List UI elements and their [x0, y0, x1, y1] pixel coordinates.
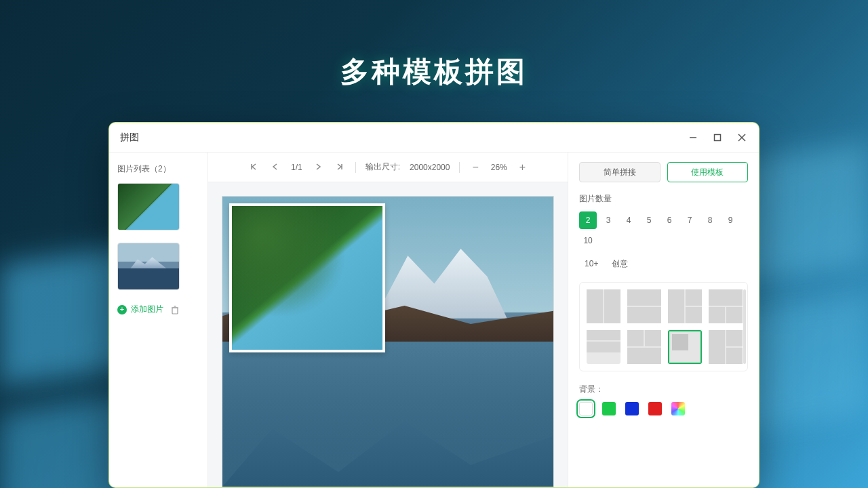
count-creative[interactable]: 创意: [606, 255, 633, 272]
zoom-value: 26%: [491, 163, 507, 172]
first-page-button[interactable]: [248, 161, 260, 174]
template-4[interactable]: [709, 289, 743, 323]
count-9[interactable]: 9: [722, 211, 739, 229]
svg-rect-1: [715, 134, 721, 140]
output-size-label: 输出尺寸:: [366, 161, 400, 173]
page-indicator: 1/1: [291, 163, 302, 172]
template-6[interactable]: [627, 330, 661, 364]
bg-red[interactable]: [648, 402, 662, 415]
tab-use-template[interactable]: 使用模板: [667, 162, 748, 182]
template-7[interactable]: [668, 330, 702, 364]
count-10plus[interactable]: 10+: [579, 255, 604, 272]
add-image-label: 添加图片: [131, 304, 163, 315]
canvas-area: 1/1 输出尺寸: 2000x2000 − 26% +: [208, 152, 568, 487]
bg-white[interactable]: [579, 402, 593, 415]
zoom-out-button[interactable]: −: [469, 160, 481, 175]
template-grid: [579, 282, 748, 371]
bg-green[interactable]: [602, 402, 616, 415]
template-8[interactable]: [709, 330, 743, 364]
thumbnail-2[interactable]: [117, 243, 180, 290]
titlebar: 拼图: [109, 123, 759, 152]
collage-canvas[interactable]: [222, 196, 554, 487]
count-6[interactable]: 6: [660, 211, 678, 229]
count-3[interactable]: 3: [599, 211, 617, 229]
image-count-row: 2 3 4 5 6 7 8 9 10: [579, 211, 748, 249]
zoom-in-button[interactable]: +: [517, 160, 528, 175]
add-image-button[interactable]: + 添加图片: [117, 304, 163, 315]
delete-icon[interactable]: [170, 305, 180, 314]
template-1[interactable]: [587, 289, 620, 323]
settings-panel: 简单拼接 使用模板 图片数量 2 3 4 5 6 7 8 9 10 10+ 创意: [568, 152, 759, 487]
template-3[interactable]: [668, 289, 702, 323]
bg-color-picker[interactable]: [671, 402, 685, 415]
app-window: 拼图 图片列表（2） + 添加图片: [108, 122, 760, 488]
count-5[interactable]: 5: [640, 211, 658, 229]
bg-blue[interactable]: [625, 402, 639, 415]
window-title: 拼图: [120, 131, 139, 144]
template-5[interactable]: [587, 330, 620, 364]
output-size-value[interactable]: 2000x2000: [410, 163, 450, 172]
hero-title: 多种模板拼图: [340, 53, 528, 91]
background-swatches: [579, 402, 748, 415]
image-list-label: 图片列表（2）: [117, 163, 199, 175]
minimize-button[interactable]: [687, 131, 699, 144]
background-label: 背景：: [579, 384, 748, 395]
canvas-toolbar: 1/1 输出尺寸: 2000x2000 − 26% +: [208, 152, 568, 182]
image-count-label: 图片数量: [579, 193, 748, 205]
next-page-button[interactable]: [312, 161, 324, 174]
thumbnail-1[interactable]: [117, 183, 180, 230]
count-10[interactable]: 10: [579, 232, 597, 249]
count-8[interactable]: 8: [701, 211, 719, 229]
close-button[interactable]: [736, 131, 748, 144]
count-2[interactable]: 2: [579, 211, 597, 229]
svg-rect-4: [172, 308, 178, 314]
plus-icon: +: [117, 305, 127, 314]
count-7[interactable]: 7: [681, 211, 698, 229]
maximize-button[interactable]: [711, 131, 724, 144]
sidebar: 图片列表（2） + 添加图片: [109, 152, 208, 487]
template-2[interactable]: [627, 289, 661, 323]
collage-inset-image[interactable]: [229, 203, 385, 352]
prev-page-button[interactable]: [269, 161, 281, 174]
tab-simple-stitch[interactable]: 简单拼接: [579, 162, 660, 182]
last-page-button[interactable]: [334, 161, 346, 174]
count-4[interactable]: 4: [620, 211, 637, 229]
